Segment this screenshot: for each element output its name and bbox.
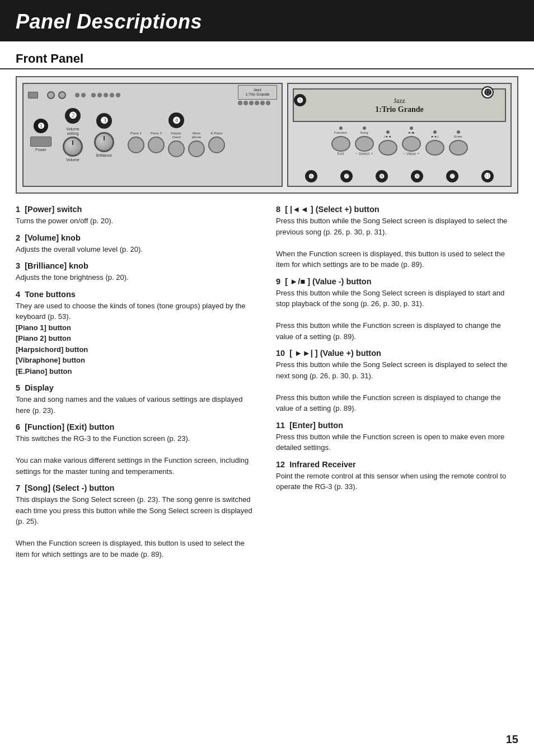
value-minus-led xyxy=(410,126,413,130)
vibraphone-btn xyxy=(188,140,205,157)
page-title: Panel Descriptions xyxy=(16,10,518,34)
num-3: ❸ xyxy=(96,113,112,129)
power-switch-icon xyxy=(30,137,51,147)
value-minus-btn-label: ►/■ xyxy=(408,131,414,135)
bottom-num-row: ❻ ❼ ❽ ❾ ❿ ⓫ xyxy=(288,170,510,182)
enter-btn-label: Enter xyxy=(454,135,462,139)
select-plus-led xyxy=(386,130,390,134)
entry-5: 5 Display Tone and song names and the va… xyxy=(16,383,258,416)
right-column: 8 [ |◄◄ ] (Select +) button Press this b… xyxy=(276,205,518,566)
harpsichord-btn xyxy=(168,140,185,157)
power-label: Power xyxy=(35,148,46,152)
entry-10-title: 10 [ ►►| ] (Value +) button xyxy=(276,349,518,358)
knob-2 xyxy=(58,91,66,99)
content-area: 1 [Power] switch Turns the power on/off … xyxy=(0,205,534,566)
num-4: ❹ xyxy=(168,112,184,128)
select-plus-btn-label: |◄◄ xyxy=(384,135,391,139)
entry-9-body: Press this button while the Song Select … xyxy=(276,288,518,342)
harpsichord-label: Harpsi-chord xyxy=(171,132,181,139)
entry-12-title: 12 Infrared Receiver xyxy=(276,460,518,469)
control-power: ❶ Power xyxy=(30,119,51,152)
exit-label: Exit xyxy=(338,152,344,156)
page-header: Panel Descriptions xyxy=(0,0,534,41)
entry-9: 9 [ ►/■ ] (Value -) button Press this bu… xyxy=(276,277,518,342)
function-btn-wrap: Function Exit xyxy=(331,126,350,156)
epiano-btn xyxy=(208,137,225,153)
mini-disp-line1: Jazz xyxy=(254,88,261,92)
mini-display-leds xyxy=(238,101,277,105)
value-minus-btn xyxy=(402,136,421,152)
entry-11-body: Press this button while the Function scr… xyxy=(276,431,518,453)
song-btn xyxy=(355,136,374,152)
enter-btn xyxy=(449,140,468,156)
volume-label: Volume xyxy=(66,158,79,162)
entry-4: 4 Tone buttons They are used to choose t… xyxy=(16,290,258,377)
value-plus-led xyxy=(433,130,437,134)
select-minus-label: − Select + xyxy=(355,152,373,156)
left-column: 1 [Power] switch Turns the power on/off … xyxy=(16,205,258,566)
num-11: ⓫ xyxy=(481,170,494,182)
entry-8-title: 8 [ |◄◄ ] (Select +) button xyxy=(276,205,518,214)
enter-led xyxy=(457,130,460,134)
brilliance-label: Brilliance xyxy=(96,153,112,157)
select-plus-btn xyxy=(378,140,397,156)
entry-4-title: 4 Tone buttons xyxy=(16,290,258,299)
vibraphone-label: Vibra-phone xyxy=(192,132,202,139)
epiano-sub: [E.Piano] button xyxy=(16,367,72,375)
num-5-diagram: ❺ xyxy=(294,94,306,106)
entry-9-title: 9 [ ►/■ ] (Value -) button xyxy=(276,277,518,286)
volume-sublabel: Volumesetting xyxy=(66,127,79,135)
entry-11-title: 11 [Enter] button xyxy=(276,421,518,430)
entry-12-body: Point the remote control at this sensor … xyxy=(276,471,518,492)
entry-7-body: This displays the Song Select screen (p.… xyxy=(16,494,258,560)
value-minus-btn-wrap: ►/■ − Value + xyxy=(402,126,421,156)
control-brilliance: ❸ Brilliance xyxy=(94,113,114,157)
entry-10: 10 [ ►►| ] (Value +) button Press this b… xyxy=(276,349,518,414)
entry-6: 6 [Function] (Exit) button This switches… xyxy=(16,422,258,477)
vibraphone-sub: [Vibraphone] button xyxy=(16,356,85,364)
entry-2: 2 [Volume] knob Adjusts the overall volu… xyxy=(16,233,258,255)
entry-10-body: Press this button while the Song Select … xyxy=(276,359,518,414)
entry-6-body: This switches the RG-3 to the Function s… xyxy=(16,433,258,477)
entry-7: 7 [Song] (Select -) button This displays… xyxy=(16,483,258,560)
knob-1 xyxy=(47,91,55,99)
num-7: ❼ xyxy=(340,170,353,182)
song-led xyxy=(363,126,366,130)
piano1-btn xyxy=(128,137,144,153)
num-6: ❻ xyxy=(305,170,317,182)
num-10: ❿ xyxy=(446,170,458,182)
entry-5-body: Tone and song names and the values of va… xyxy=(16,394,258,416)
function-btn xyxy=(331,136,350,152)
section-title: Front Panel xyxy=(0,51,534,69)
entry-3-title: 3 [Brilliance] knob xyxy=(16,261,258,270)
piano2-btn-wrap: Piano 2 xyxy=(148,132,165,153)
tone-buttons: Piano 1 Piano 2 Harpsi-chord Vibra-phone xyxy=(128,132,225,157)
panel-left: Jazz 1:Trio Grande ❶ Power ❷ Volumesetti… xyxy=(22,83,283,187)
entry-12: 12 Infrared Receiver Point the remote co… xyxy=(276,460,518,492)
mini-disp-line2: 1:Trio Grande xyxy=(246,92,270,97)
brilliance-knob xyxy=(94,132,114,152)
piano2-sub: [Piano 2] button xyxy=(16,334,71,342)
function-btn-label: Function xyxy=(334,131,347,135)
entry-5-title: 5 Display xyxy=(16,383,258,392)
num-9: ❾ xyxy=(411,170,423,182)
piano2-label: Piano 2 xyxy=(151,132,162,135)
control-volume: ❷ Volumesetting Volume xyxy=(63,108,83,162)
harpsichord-sub: [Harpsichord] button xyxy=(16,345,88,354)
right-btn-row: Function Exit Song − Select + |◄◄ ►/■ xyxy=(288,126,510,156)
entry-3: 3 [Brilliance] knob Adjusts the tone bri… xyxy=(16,261,258,283)
num-8: ❽ xyxy=(376,170,388,182)
value-label: − Value + xyxy=(403,152,419,156)
display-line2: 1:Trio Grande xyxy=(375,105,423,114)
select-plus-btn-wrap: |◄◄ xyxy=(378,130,397,156)
num-12-diagram: ⓬ xyxy=(481,86,494,98)
enter-btn-wrap: Enter xyxy=(449,130,468,156)
volume-knob xyxy=(63,137,83,157)
epiano-label: E.Piano xyxy=(210,132,222,135)
entry-8: 8 [ |◄◄ ] (Select +) button Press this b… xyxy=(276,205,518,270)
page-number: 15 xyxy=(506,733,518,746)
panel-right: ⓬ ❺ Jazz 1:Trio Grande Function Exit Son… xyxy=(287,83,512,187)
main-display: Jazz 1:Trio Grande xyxy=(293,88,506,122)
num-2: ❷ xyxy=(65,108,81,124)
entry-7-title: 7 [Song] (Select -) button xyxy=(16,483,258,492)
